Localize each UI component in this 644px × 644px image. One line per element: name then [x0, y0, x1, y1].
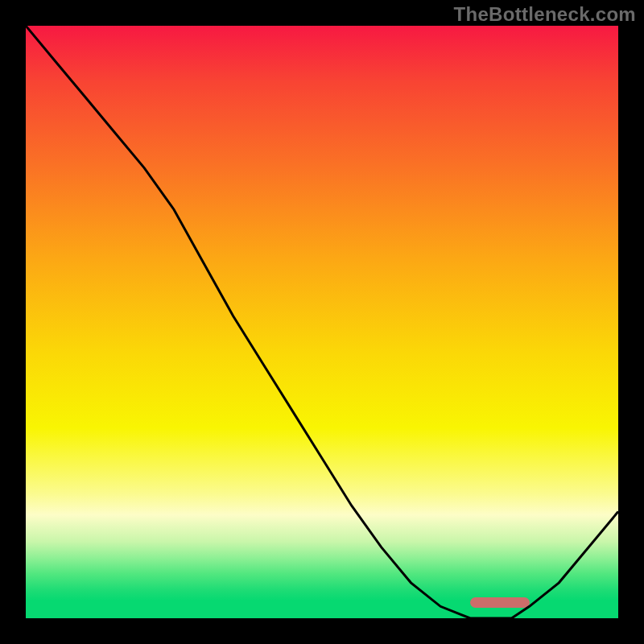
watermark-text: TheBottleneck.com: [454, 3, 636, 26]
bottleneck-curve: [26, 26, 618, 618]
plot-area: [26, 26, 618, 618]
bottleneck-curve-path: [26, 26, 618, 618]
chart-frame: TheBottleneck.com: [0, 0, 644, 644]
